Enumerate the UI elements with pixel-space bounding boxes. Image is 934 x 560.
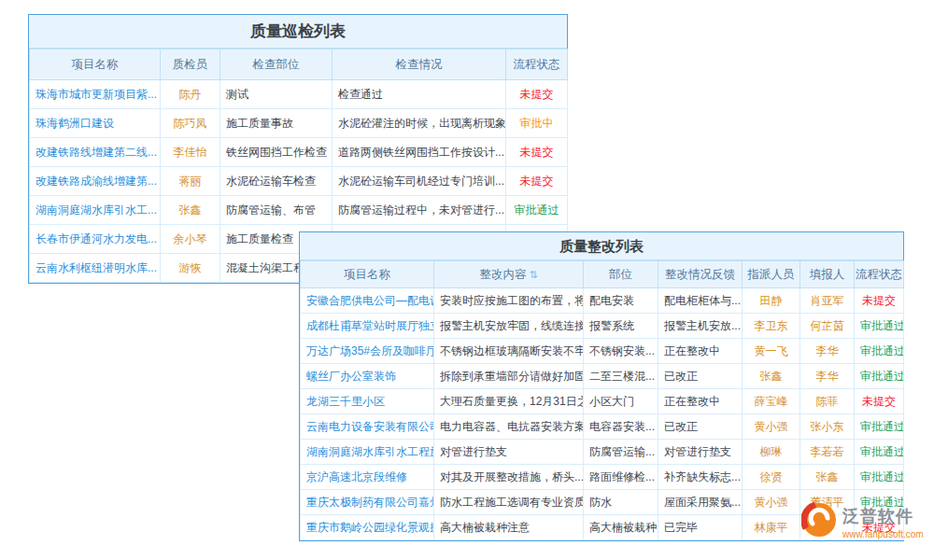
column-header-5: 指派人员 xyxy=(743,261,800,288)
column-header-label: 填报人 xyxy=(810,268,845,281)
logo-name: 泛普软件 xyxy=(842,505,924,527)
person-cell: 薛宝峰 xyxy=(743,389,800,414)
project-name-cell: 改建铁路线增建第二线... xyxy=(30,138,161,167)
text-cell: 水泥砼运输车司机经过专门培训... xyxy=(333,167,506,196)
column-header-7: 流程状态 xyxy=(855,261,904,288)
column-header-label: 质检员 xyxy=(173,58,208,71)
text-cell: 水泥砼灌注的时候，出现离析现象 xyxy=(333,109,506,138)
person-cell: 李佳怡 xyxy=(161,138,220,167)
column-header-1: 项目名称 xyxy=(301,261,434,288)
project-name-cell: 改建铁路成渝线增建第... xyxy=(30,167,161,196)
text-cell: 防腐管运输、布管 xyxy=(220,196,333,225)
project-name-cell: 重庆市鹅岭公园绿化景观提升... xyxy=(301,515,434,540)
project-name-cell: 云南电力设备安装有限公司20... xyxy=(301,414,434,440)
column-header-label: 指派人员 xyxy=(748,268,795,281)
table-row: 安徽合肥供电公司—配电设备...安装时应按施工图的布置，将...配电安装配电柜柜… xyxy=(301,288,904,314)
status-cell: 审批通过 xyxy=(855,339,904,364)
project-link[interactable]: 珠海鹤洲口建设 xyxy=(35,117,114,130)
logo-url[interactable]: www.fanpusoft.com xyxy=(842,529,924,539)
text-cell: 检查通过 xyxy=(333,80,506,109)
person-cell: 李华 xyxy=(800,364,855,389)
column-header-label: 检查部位 xyxy=(253,58,300,71)
sort-icon[interactable]: ⇅ xyxy=(529,269,537,280)
text-cell: 正在整改中 xyxy=(658,389,743,414)
project-link[interactable]: 螺丝厂办公室装饰 xyxy=(306,370,396,383)
table-row: 螺丝厂办公室装饰拆除到承重墙部分请做好加固...二至三楼混...已改正张鑫李华审… xyxy=(301,364,904,389)
person-cell: 陈巧凤 xyxy=(161,109,220,138)
fanpu-logo-text: 泛普软件 www.fanpusoft.com xyxy=(842,502,924,539)
column-header-label: 流程状态 xyxy=(856,268,902,281)
person-cell: 徐贤 xyxy=(743,465,800,490)
person-cell: 李卫东 xyxy=(743,314,800,339)
text-cell: 正在整改中 xyxy=(658,339,743,364)
project-link[interactable]: 长春市伊通河水力发电... xyxy=(35,232,157,245)
project-link[interactable]: 改建铁路线增建第二线... xyxy=(35,146,157,159)
project-link[interactable]: 安徽合肥供电公司—配电设备... xyxy=(306,294,434,307)
person-cell: 蒋丽 xyxy=(161,167,220,196)
table-row: 湖南洞庭湖水库引水工...张鑫防腐管运输、布管防腐管运输过程中，未对管进行...… xyxy=(30,196,568,225)
project-link[interactable]: 改建铁路成渝线增建第... xyxy=(35,175,157,188)
person-cell: 黄一飞 xyxy=(743,339,800,364)
text-cell: 拆除到承重墙部分请做好加固... xyxy=(434,364,584,389)
status-cell: 审批通过 xyxy=(855,414,904,440)
text-cell: 防水 xyxy=(584,490,658,515)
table-row: 珠海鹤洲口建设陈巧凤施工质量事故水泥砼灌注的时候，出现离析现象审批中 xyxy=(30,109,568,138)
person-cell: 柳琳 xyxy=(743,440,800,465)
text-cell: 电力电容器、电抗器安装方案... xyxy=(434,414,584,440)
person-cell: 李若若 xyxy=(800,440,855,465)
project-name-cell: 螺丝厂办公室装饰 xyxy=(301,364,434,389)
project-link[interactable]: 龙湖三千里小区 xyxy=(306,395,385,408)
column-header-4: 整改情况反馈 xyxy=(658,261,743,288)
status-cell: 审批通过 xyxy=(855,364,904,389)
project-link[interactable]: 京沪高速北京段维修 xyxy=(306,470,407,483)
project-name-cell: 长春市伊通河水力发电... xyxy=(30,225,161,254)
person-cell: 黄小强 xyxy=(743,414,800,440)
project-link[interactable]: 云南电力设备安装有限公司20... xyxy=(306,420,434,433)
project-link[interactable]: 云南水利枢纽潜明水库... xyxy=(35,261,157,274)
project-link[interactable]: 重庆市鹅岭公园绿化景观提升... xyxy=(306,521,434,534)
text-cell: 报警主机安放牢固，线缆连接... xyxy=(434,314,584,339)
text-cell: 已改正 xyxy=(658,364,743,389)
project-link[interactable]: 成都杜甫草堂站时展厅独立展... xyxy=(306,319,434,332)
inspection-table-title: 质量巡检列表 xyxy=(29,15,567,49)
project-link[interactable]: 重庆太极制药有限公司嘉州中... xyxy=(306,496,434,509)
project-name-cell: 龙湖三千里小区 xyxy=(301,389,434,414)
text-cell: 配电柜柜体与... xyxy=(658,288,743,314)
column-header-4: 检查情况 xyxy=(333,49,506,80)
text-cell: 已完毕 xyxy=(658,515,743,540)
person-cell: 田静 xyxy=(743,288,800,314)
column-header-6: 填报人 xyxy=(800,261,855,288)
fanpu-logo[interactable]: 泛普软件 www.fanpusoft.com xyxy=(801,502,924,539)
column-header-2[interactable]: 整改内容⇅ xyxy=(434,261,584,288)
text-cell: 二至三楼混... xyxy=(584,364,658,389)
project-link[interactable]: 湖南洞庭湖水库引水工程施工... xyxy=(306,445,434,458)
project-name-cell: 云南水利枢纽潜明水库... xyxy=(30,254,161,283)
column-header-label: 项目名称 xyxy=(72,58,119,71)
table-row: 京沪高速北京段维修对其及开展整改措施，桥头...路面维修检...补齐缺失标志..… xyxy=(301,465,904,490)
table-row: 万达广场35#会所及咖啡厅空...不锈钢边框玻璃隔断安装不牢...不锈钢安装..… xyxy=(301,339,904,364)
quality-rectification-table-card: 质量整改列表 项目名称整改内容⇅部位整改情况反馈指派人员填报人流程状态 安徽合肥… xyxy=(299,231,904,541)
text-cell: 防水工程施工选调有专业资质... xyxy=(434,490,584,515)
text-cell: 安装时应按施工图的布置，将... xyxy=(434,288,584,314)
person-cell: 林康平 xyxy=(743,515,800,540)
project-link[interactable]: 湖南洞庭湖水库引水工... xyxy=(35,203,157,217)
text-cell: 屋面采用聚氨... xyxy=(658,490,743,515)
text-cell: 水泥砼运输车检查 xyxy=(220,167,333,196)
project-name-cell: 珠海市城市更新项目紫... xyxy=(30,80,161,109)
person-cell: 张小东 xyxy=(800,414,855,440)
person-cell: 何芷茵 xyxy=(800,314,855,339)
rectification-header-row: 项目名称整改内容⇅部位整改情况反馈指派人员填报人流程状态 xyxy=(301,261,904,288)
person-cell: 游恢 xyxy=(161,254,220,283)
text-cell: 对管进行垫支 xyxy=(658,440,743,465)
text-cell: 补齐缺失标志... xyxy=(658,465,743,490)
project-link[interactable]: 珠海市城市更新项目紫... xyxy=(35,88,157,101)
project-name-cell: 成都杜甫草堂站时展厅独立展... xyxy=(301,314,434,339)
person-cell: 陈丹 xyxy=(161,80,220,109)
project-link[interactable]: 万达广场35#会所及咖啡厅空... xyxy=(306,344,434,357)
column-header-label: 整改情况反馈 xyxy=(665,268,735,281)
table-row: 湖南洞庭湖水库引水工程施工...对管进行垫支防腐管运输...对管进行垫支柳琳李若… xyxy=(301,440,904,465)
status-cell: 审批通过 xyxy=(506,196,568,225)
column-header-3: 部位 xyxy=(584,261,658,288)
column-header-label: 整改内容 xyxy=(479,268,526,281)
project-name-cell: 湖南洞庭湖水库引水工程施工... xyxy=(301,440,434,465)
